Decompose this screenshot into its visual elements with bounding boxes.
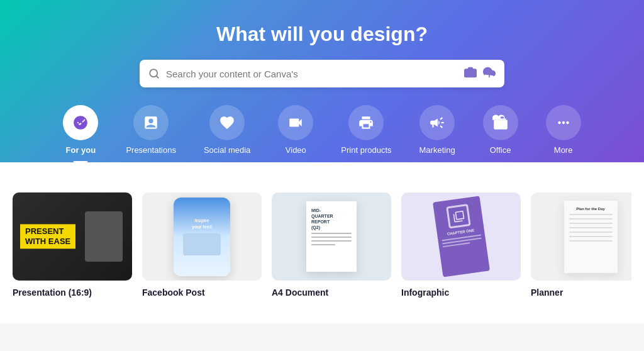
nav-label-video: Video	[286, 145, 306, 155]
card-facebook-post[interactable]: Inspireyour feed Facebook Post	[142, 192, 262, 298]
active-indicator	[73, 161, 88, 169]
nav-label-for-you: For you	[66, 145, 96, 155]
card-thumbnail-planner: Plan for the Day	[531, 192, 631, 281]
nav-item-social-media[interactable]: Social media	[190, 105, 264, 162]
nav-item-marketing[interactable]: Marketing	[406, 105, 469, 162]
nav-item-office[interactable]: Office	[469, 105, 532, 162]
planner-paper: Plan for the Day	[564, 201, 618, 273]
card-infographic[interactable]: CHAPTER ONE Infographic	[401, 192, 521, 298]
card-thumbnail-facebook: Inspireyour feed	[142, 192, 262, 281]
svg-line-1	[156, 75, 158, 77]
present-badge: PRESENTWITH EASE	[20, 224, 75, 248]
svg-point-2	[469, 71, 473, 75]
social-media-icon-circle	[209, 105, 245, 140]
search-bar	[140, 60, 504, 87]
nav-item-more[interactable]: More	[532, 105, 595, 162]
card-planner[interactable]: Plan for the Day Planner	[531, 192, 631, 298]
page-title: What will you design?	[216, 23, 428, 46]
search-actions	[464, 66, 496, 81]
content-area: PRESENTWITH EASE Presentation (16:9) Ins…	[0, 162, 644, 323]
nav-item-for-you[interactable]: For you	[49, 105, 112, 162]
card-label-infographic: Infographic	[401, 287, 449, 298]
infographic-paper: CHAPTER ONE	[433, 196, 490, 277]
nav-item-presentations[interactable]: Presentations	[112, 105, 190, 162]
nav-label-social-media: Social media	[204, 145, 250, 155]
doc-paper: MID-QUARTERREPORT(Q2)	[306, 201, 357, 272]
nav-label-print-products: Print products	[341, 145, 391, 155]
presentations-icon-circle	[133, 105, 169, 140]
nav-label-more: More	[554, 145, 573, 155]
search-icon	[148, 68, 160, 79]
for-you-icon-circle	[63, 105, 98, 140]
card-presentation[interactable]: PRESENTWITH EASE Presentation (16:9)	[13, 192, 132, 298]
nav-label-marketing: Marketing	[419, 145, 455, 155]
card-label-a4: A4 Document	[272, 287, 328, 298]
more-icon-circle	[546, 105, 581, 140]
card-thumbnail-a4: MID-QUARTERREPORT(Q2)	[272, 192, 391, 281]
card-label-planner: Planner	[531, 287, 563, 298]
nav-label-office: Office	[490, 145, 511, 155]
nav-label-presentations: Presentations	[126, 145, 176, 155]
category-nav: For you Presentations Social media	[13, 105, 631, 162]
person-silhouette	[85, 211, 123, 262]
card-label-presentation: Presentation (16:9)	[13, 287, 92, 298]
nav-item-print-products[interactable]: Print products	[327, 105, 405, 162]
card-label-facebook: Facebook Post	[142, 287, 205, 298]
infographic-icon	[446, 204, 471, 229]
card-a4-document[interactable]: MID-QUARTERREPORT(Q2) A4 Document	[272, 192, 391, 298]
header: What will you design?	[0, 0, 644, 162]
office-icon-circle	[483, 105, 518, 140]
search-input[interactable]	[166, 69, 464, 79]
marketing-icon-circle	[419, 105, 455, 140]
camera-icon[interactable]	[464, 66, 477, 81]
nav-item-video[interactable]: Video	[264, 105, 327, 162]
video-icon-circle	[278, 105, 313, 140]
print-products-icon-circle	[348, 105, 384, 140]
card-thumbnail-presentation: PRESENTWITH EASE	[13, 192, 132, 281]
cards-grid: PRESENTWITH EASE Presentation (16:9) Ins…	[13, 192, 631, 298]
phone-mockup: Inspireyour feed	[174, 198, 230, 276]
card-thumbnail-infographic: CHAPTER ONE	[401, 192, 521, 281]
upload-icon[interactable]	[483, 66, 496, 81]
